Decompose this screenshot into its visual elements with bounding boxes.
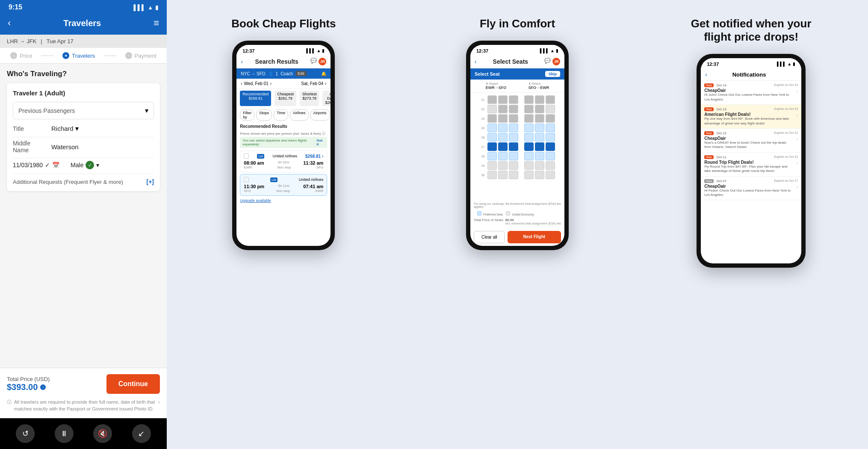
row-num-29: 29 [480, 164, 486, 167]
search-back-icon[interactable]: ‹ [241, 58, 243, 65]
flight-checkbox-1[interactable] [244, 177, 249, 182]
seat-28F[interactable] [546, 152, 555, 160]
notif-content-2: CheapOair Now's a GREAT time to book! Ch… [704, 136, 798, 150]
seat-24E[interactable] [535, 124, 544, 132]
seat-30E[interactable] [535, 171, 544, 179]
seat-21B[interactable] [498, 95, 508, 104]
seat-22D[interactable] [524, 105, 534, 113]
seat-28A[interactable] [487, 152, 497, 160]
seats-header-actions: 💬 JR [544, 58, 560, 65]
step-price: – Price [10, 52, 32, 59]
seat-27E[interactable] [535, 142, 544, 151]
seat-22C[interactable] [509, 105, 518, 113]
seat-29B[interactable] [498, 161, 508, 170]
seat-26B[interactable] [498, 133, 508, 142]
seat-21D[interactable] [524, 95, 534, 104]
skip-button[interactable]: Skip [545, 71, 560, 77]
notif-back-icon[interactable]: ‹ [705, 71, 707, 78]
mock-edit-btn[interactable]: Edit [295, 71, 307, 76]
seat-27B[interactable] [498, 142, 508, 151]
highlight-text: You can select departure and return flig… [242, 139, 316, 146]
continue-button[interactable]: Continue [106, 374, 160, 394]
right-arrow-icon2: › [325, 81, 326, 86]
notif-badge-date-0: New Oct 14 [704, 83, 726, 87]
seat-26D[interactable] [524, 133, 534, 142]
step-payment: – Payment [125, 52, 156, 59]
seat-26E[interactable] [535, 133, 544, 142]
seat-29A[interactable] [487, 161, 497, 170]
seat-27A[interactable] [487, 142, 497, 151]
seats-title: Select Seats [493, 58, 528, 65]
back-icon[interactable]: ‹ [8, 18, 11, 29]
seat-30C[interactable] [509, 171, 518, 179]
seat-23E[interactable] [535, 114, 544, 123]
date-nav-left[interactable]: ‹ Wed, Feb 01 › [241, 81, 272, 86]
seat-26A[interactable] [487, 133, 497, 142]
tab-cheapest[interactable]: Cheapest $261.79 [275, 91, 296, 106]
seat-26F[interactable] [546, 133, 555, 142]
seat-24C[interactable] [509, 124, 518, 132]
seat-22F[interactable] [546, 105, 555, 113]
next-flight-button[interactable]: Next Flight [508, 231, 561, 243]
seat-27F[interactable] [546, 142, 555, 151]
seat-28B[interactable] [498, 152, 508, 160]
nav-pause-button[interactable]: ⏸ [55, 424, 74, 443]
seat-29D[interactable] [524, 161, 534, 170]
filter-stops[interactable]: Stops [256, 109, 272, 121]
seat-23B[interactable] [498, 114, 508, 123]
seat-23A[interactable] [487, 114, 497, 123]
prev-passengers-dropdown[interactable]: Previous Passengers ▾ [13, 102, 154, 119]
seat-21A[interactable] [487, 95, 497, 104]
flight-checkbox-0[interactable] [244, 154, 249, 159]
filter-time[interactable]: Time [274, 109, 288, 121]
mock-signal-seats: ▌▌▌ [540, 48, 549, 53]
search-header-actions: 💬 JR [310, 58, 326, 65]
seat-22B[interactable] [498, 105, 508, 113]
add-request-button[interactable]: [+] [147, 178, 154, 185]
seat-27C[interactable] [509, 142, 518, 151]
seat-row-27: 27 [473, 142, 562, 151]
seats-back-icon[interactable]: ‹ [475, 58, 477, 65]
got-it-btn[interactable]: Got it [316, 139, 325, 146]
seat-28C[interactable] [509, 152, 518, 160]
seat-28E[interactable] [535, 152, 544, 160]
notif-item-4: New Oct 07 Expired on Oct 17 CheapOair H… [701, 177, 801, 201]
seat-21C[interactable] [509, 95, 518, 104]
seat-24A[interactable] [487, 124, 497, 132]
seat-24F[interactable] [546, 124, 555, 132]
seat-29E[interactable] [535, 161, 544, 170]
seat-21E[interactable] [535, 95, 544, 104]
seat-30F[interactable] [546, 171, 555, 179]
title-select[interactable]: Richard ▾ [51, 124, 79, 133]
upgrade-link-1[interactable]: Upgrade available [236, 197, 331, 204]
seat-27D[interactable] [524, 142, 534, 151]
seat-24D[interactable] [524, 124, 534, 132]
tab-shortest[interactable]: Shortest $273.78 [300, 91, 319, 106]
seat-30A[interactable] [487, 171, 497, 179]
tab-recommended[interactable]: Recommended $268.81 [240, 91, 271, 106]
filter-airlines[interactable]: Airlines [290, 109, 309, 121]
seat-22E[interactable] [535, 105, 544, 113]
seat-23F[interactable] [546, 114, 555, 123]
seat-24B[interactable] [498, 124, 508, 132]
calendar-icon[interactable]: 📅 [52, 162, 59, 168]
menu-icon[interactable]: ≡ [154, 18, 159, 29]
filter-by-btn[interactable]: Filter by [240, 109, 254, 121]
clear-all-button[interactable]: Clear all [474, 231, 505, 243]
seat-29C[interactable] [509, 161, 518, 170]
date-nav-right[interactable]: Sat, Feb 04 › [301, 81, 326, 86]
seat-23C[interactable] [509, 114, 518, 123]
nav-back-button[interactable]: ↙ [132, 424, 151, 443]
nav-refresh-button[interactable]: ↺ [16, 424, 35, 443]
nav-mute-button[interactable]: 🔇 [93, 424, 112, 443]
tab-alternate[interactable]: Alt. Dates $266.81 [322, 91, 331, 106]
seat-22A[interactable] [487, 105, 497, 113]
seat-23D[interactable] [524, 114, 534, 123]
filter-airports[interactable]: Airports [310, 109, 330, 121]
seat-29F[interactable] [546, 161, 555, 170]
seat-30D[interactable] [524, 171, 534, 179]
seat-30B[interactable] [498, 171, 508, 179]
seat-28D[interactable] [524, 152, 534, 160]
seat-21F[interactable] [546, 95, 555, 104]
seat-26C[interactable] [509, 133, 518, 142]
